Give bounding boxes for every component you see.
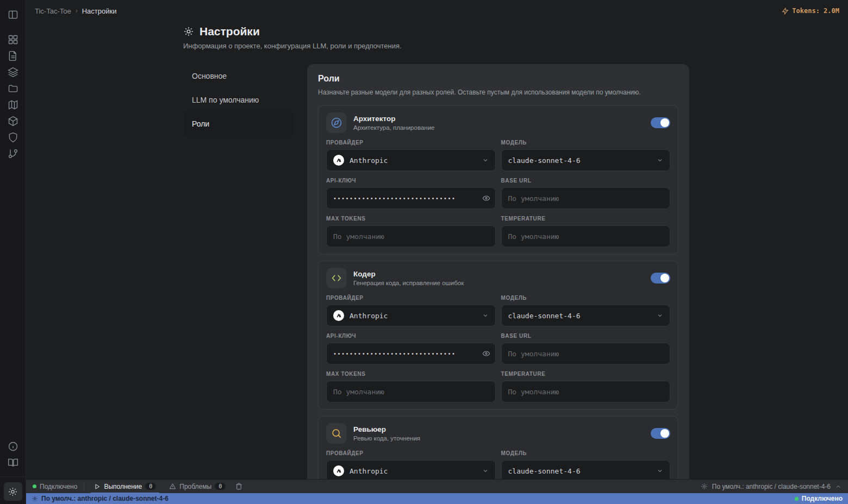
api-key-label: API-КЛЮЧ bbox=[326, 333, 496, 339]
tokens-counter: Tokens: 2.0M bbox=[782, 7, 839, 15]
page-title: Настройки bbox=[199, 25, 260, 38]
warning-triangle-icon bbox=[169, 483, 176, 490]
api-key-input[interactable] bbox=[326, 343, 496, 364]
activity-bar bbox=[0, 0, 26, 504]
info-icon[interactable] bbox=[4, 438, 22, 455]
model-field: МОДЕЛЬ claude-sonnet-4-6 bbox=[501, 140, 671, 171]
provider-field: ПРОВАЙДЕР Anthropic bbox=[326, 140, 496, 171]
bottom-blue-bar: По умолч.: anthropic / claude-sonnet-4-6… bbox=[26, 493, 848, 504]
provider-value: Anthropic bbox=[350, 467, 388, 475]
model-label: МОДЕЛЬ bbox=[501, 295, 671, 301]
execution-count-badge: 0 bbox=[145, 483, 156, 490]
role-enabled-toggle[interactable] bbox=[651, 428, 670, 439]
anthropic-logo-icon bbox=[333, 155, 344, 166]
model-dropdown[interactable]: claude-sonnet-4-6 bbox=[501, 460, 671, 482]
base-url-field: BASE URL bbox=[501, 333, 671, 364]
gear-small-icon bbox=[32, 495, 38, 502]
tab-execution[interactable]: Выполнение 0 bbox=[91, 480, 159, 494]
model-dropdown[interactable]: claude-sonnet-4-6 bbox=[501, 149, 671, 171]
provider-dropdown[interactable]: Anthropic bbox=[326, 149, 496, 171]
max-tokens-field: MAX TOKENS bbox=[326, 371, 496, 402]
package-icon[interactable] bbox=[4, 113, 22, 129]
dashboard-grid-icon[interactable] bbox=[4, 32, 22, 48]
main-area: Tic-Tac-Toe › Настройки Tokens: 2.0M Нас… bbox=[26, 0, 848, 504]
max-tokens-input[interactable] bbox=[326, 381, 496, 402]
roles-panel-title: Роли bbox=[318, 74, 678, 84]
model-dropdown[interactable]: claude-sonnet-4-6 bbox=[501, 305, 671, 326]
problems-count-badge: 0 bbox=[215, 483, 226, 490]
temperature-field: TEMPERATURE bbox=[501, 371, 671, 402]
anthropic-logo-icon bbox=[333, 310, 344, 321]
temperature-field: TEMPERATURE bbox=[501, 216, 671, 247]
bluebar-default-model-label: По умолч.: anthropic / claude-sonnet-4-6 bbox=[41, 495, 169, 502]
magnifier-icon bbox=[326, 423, 347, 444]
roles-panel-description: Назначьте разные модели для разных ролей… bbox=[318, 89, 678, 96]
chevron-down-icon bbox=[482, 157, 489, 163]
document-icon[interactable] bbox=[4, 48, 22, 64]
chevron-down-icon bbox=[482, 312, 489, 319]
gear-small-icon bbox=[701, 483, 708, 490]
role-subtitle: Генерация кода, исправление ошибок bbox=[353, 280, 464, 286]
chevron-down-icon bbox=[657, 468, 663, 474]
panel-layout-icon[interactable] bbox=[4, 7, 22, 23]
eye-icon[interactable] bbox=[482, 194, 490, 203]
model-label: МОДЕЛЬ bbox=[501, 140, 671, 146]
provider-value: Anthropic bbox=[350, 312, 388, 320]
role-enabled-toggle[interactable] bbox=[651, 273, 670, 284]
chevron-down-icon bbox=[482, 468, 489, 474]
role-enabled-toggle[interactable] bbox=[651, 117, 670, 128]
role-card-architect: Архитектор Архитектура, планирование ПРО… bbox=[318, 105, 678, 254]
temperature-input[interactable] bbox=[501, 381, 671, 402]
toggle-knob bbox=[660, 429, 669, 438]
tab-execution-label: Выполнение bbox=[104, 483, 142, 490]
settings-nav-default-llm[interactable]: LLM по умолчанию bbox=[183, 88, 294, 112]
map-icon[interactable] bbox=[4, 97, 22, 113]
zap-icon bbox=[782, 8, 789, 15]
model-value: claude-sonnet-4-6 bbox=[508, 467, 581, 475]
code-icon bbox=[326, 268, 347, 288]
default-model-indicator[interactable]: По умолч.: anthropic / claude-sonnet-4-6 bbox=[701, 483, 841, 490]
model-field: МОДЕЛЬ claude-sonnet-4-6 bbox=[501, 450, 671, 482]
breadcrumb-separator: › bbox=[76, 7, 78, 15]
status-dot-green bbox=[795, 497, 799, 501]
bluebar-connection: Подключено bbox=[795, 495, 843, 502]
provider-dropdown[interactable]: Anthropic bbox=[326, 460, 496, 482]
tab-problems[interactable]: Проблемы 0 bbox=[166, 480, 229, 494]
api-key-field: API-КЛЮЧ bbox=[326, 178, 496, 209]
eye-icon[interactable] bbox=[482, 350, 490, 358]
base-url-label: BASE URL bbox=[501, 178, 671, 184]
settings-nav-general[interactable]: Основное bbox=[183, 64, 294, 88]
toggle-knob bbox=[660, 118, 669, 127]
bluebar-default-model[interactable]: По умолч.: anthropic / claude-sonnet-4-6 bbox=[32, 495, 169, 502]
role-subtitle: Ревью кода, уточнения bbox=[353, 435, 420, 442]
compass-icon bbox=[326, 112, 347, 133]
breadcrumb-current: Настройки bbox=[82, 7, 117, 15]
settings-nav: Основное LLM по умолчанию Роли bbox=[183, 64, 294, 136]
git-branch-icon[interactable] bbox=[4, 146, 22, 162]
role-heading: Архитектор Архитектура, планирование bbox=[353, 115, 434, 131]
shield-icon[interactable] bbox=[4, 129, 22, 146]
temperature-input[interactable] bbox=[501, 225, 671, 247]
settings-gear-icon[interactable] bbox=[4, 482, 22, 501]
base-url-label: BASE URL bbox=[501, 333, 671, 339]
provider-dropdown[interactable]: Anthropic bbox=[326, 305, 496, 326]
role-heading: Ревьюер Ревью кода, уточнения bbox=[353, 425, 420, 442]
max-tokens-input[interactable] bbox=[326, 225, 496, 247]
model-value: claude-sonnet-4-6 bbox=[508, 312, 581, 320]
base-url-input[interactable] bbox=[501, 343, 671, 364]
provider-label: ПРОВАЙДЕР bbox=[326, 295, 496, 301]
api-key-input[interactable] bbox=[326, 187, 496, 209]
docs-book-icon[interactable] bbox=[4, 455, 22, 471]
settings-nav-roles[interactable]: Роли bbox=[183, 112, 294, 136]
page-subtitle: Информация о проекте, конфигурация LLM, … bbox=[183, 42, 689, 50]
max-tokens-label: MAX TOKENS bbox=[326, 216, 496, 222]
folder-icon[interactable] bbox=[4, 80, 22, 97]
provider-value: Anthropic bbox=[350, 156, 388, 165]
layers-icon[interactable] bbox=[4, 64, 22, 80]
role-title: Ревьюер bbox=[353, 425, 420, 433]
base-url-input[interactable] bbox=[501, 187, 671, 209]
top-bar: Tic-Tac-Toe › Настройки Tokens: 2.0M bbox=[26, 0, 848, 22]
trash-icon[interactable] bbox=[235, 483, 242, 490]
chevron-up-icon[interactable] bbox=[835, 483, 841, 490]
breadcrumb-project[interactable]: Tic-Tac-Toe bbox=[35, 7, 71, 15]
